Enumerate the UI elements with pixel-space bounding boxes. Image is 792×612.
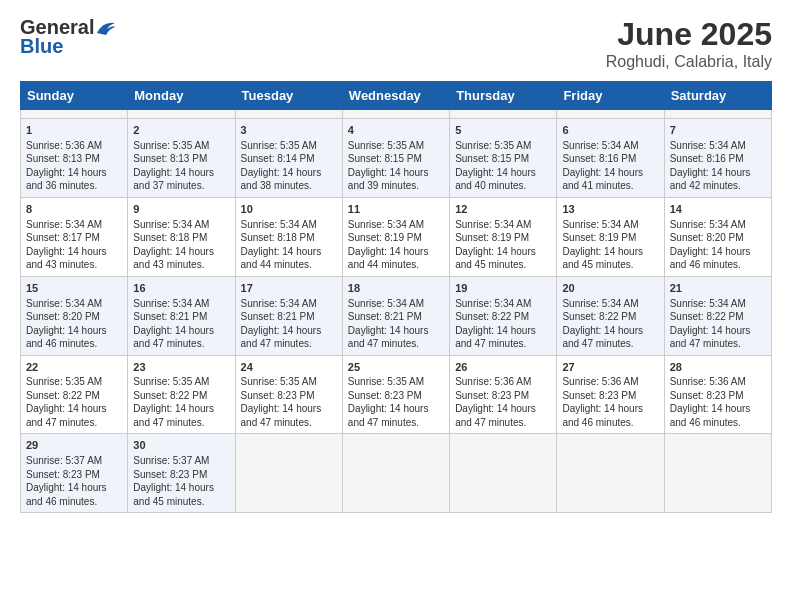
calendar-day-cell <box>450 110 557 119</box>
calendar-day-cell: 27Sunrise: 5:36 AMSunset: 8:23 PMDayligh… <box>557 355 664 434</box>
day-number: 2 <box>133 123 229 138</box>
logo: General Blue <box>20 16 117 58</box>
sunrise-text: Sunrise: 5:35 AM <box>348 139 444 153</box>
day-number: 30 <box>133 438 229 453</box>
day-number: 5 <box>455 123 551 138</box>
day-number: 28 <box>670 360 766 375</box>
day-number: 22 <box>26 360 122 375</box>
sunset-text: Sunset: 8:15 PM <box>455 152 551 166</box>
day-number: 3 <box>241 123 337 138</box>
daylight-text: Daylight: 14 hours and 38 minutes. <box>241 166 337 193</box>
day-number: 4 <box>348 123 444 138</box>
calendar-day-cell: 14Sunrise: 5:34 AMSunset: 8:20 PMDayligh… <box>664 197 771 276</box>
calendar-day-cell: 20Sunrise: 5:34 AMSunset: 8:22 PMDayligh… <box>557 276 664 355</box>
sunset-text: Sunset: 8:23 PM <box>562 389 658 403</box>
day-number: 18 <box>348 281 444 296</box>
sunset-text: Sunset: 8:23 PM <box>133 468 229 482</box>
calendar-day-cell: 9Sunrise: 5:34 AMSunset: 8:18 PMDaylight… <box>128 197 235 276</box>
sunrise-text: Sunrise: 5:36 AM <box>670 375 766 389</box>
day-number: 13 <box>562 202 658 217</box>
sunset-text: Sunset: 8:18 PM <box>133 231 229 245</box>
calendar-day-cell: 8Sunrise: 5:34 AMSunset: 8:17 PMDaylight… <box>21 197 128 276</box>
daylight-text: Daylight: 14 hours and 47 minutes. <box>348 402 444 429</box>
calendar-day-cell: 29Sunrise: 5:37 AMSunset: 8:23 PMDayligh… <box>21 434 128 513</box>
calendar-day-cell: 26Sunrise: 5:36 AMSunset: 8:23 PMDayligh… <box>450 355 557 434</box>
calendar-day-cell: 11Sunrise: 5:34 AMSunset: 8:19 PMDayligh… <box>342 197 449 276</box>
sunrise-text: Sunrise: 5:35 AM <box>26 375 122 389</box>
daylight-text: Daylight: 14 hours and 44 minutes. <box>348 245 444 272</box>
daylight-text: Daylight: 14 hours and 47 minutes. <box>133 402 229 429</box>
sunrise-text: Sunrise: 5:36 AM <box>455 375 551 389</box>
daylight-text: Daylight: 14 hours and 46 minutes. <box>670 402 766 429</box>
daylight-text: Daylight: 14 hours and 47 minutes. <box>26 402 122 429</box>
daylight-text: Daylight: 14 hours and 46 minutes. <box>562 402 658 429</box>
sunset-text: Sunset: 8:22 PM <box>26 389 122 403</box>
calendar-day-cell <box>21 110 128 119</box>
daylight-text: Daylight: 14 hours and 37 minutes. <box>133 166 229 193</box>
daylight-text: Daylight: 14 hours and 39 minutes. <box>348 166 444 193</box>
daylight-text: Daylight: 14 hours and 45 minutes. <box>133 481 229 508</box>
sunrise-text: Sunrise: 5:37 AM <box>26 454 122 468</box>
col-monday: Monday <box>128 82 235 110</box>
day-number: 24 <box>241 360 337 375</box>
sunset-text: Sunset: 8:22 PM <box>133 389 229 403</box>
col-wednesday: Wednesday <box>342 82 449 110</box>
sunrise-text: Sunrise: 5:35 AM <box>133 375 229 389</box>
calendar-day-cell: 30Sunrise: 5:37 AMSunset: 8:23 PMDayligh… <box>128 434 235 513</box>
calendar-day-cell: 17Sunrise: 5:34 AMSunset: 8:21 PMDayligh… <box>235 276 342 355</box>
sunrise-text: Sunrise: 5:34 AM <box>26 297 122 311</box>
daylight-text: Daylight: 14 hours and 47 minutes. <box>455 402 551 429</box>
calendar-day-cell: 28Sunrise: 5:36 AMSunset: 8:23 PMDayligh… <box>664 355 771 434</box>
sunset-text: Sunset: 8:23 PM <box>670 389 766 403</box>
sunrise-text: Sunrise: 5:35 AM <box>241 375 337 389</box>
sunset-text: Sunset: 8:16 PM <box>562 152 658 166</box>
sunset-text: Sunset: 8:20 PM <box>670 231 766 245</box>
calendar-day-cell: 5Sunrise: 5:35 AMSunset: 8:15 PMDaylight… <box>450 119 557 198</box>
daylight-text: Daylight: 14 hours and 43 minutes. <box>26 245 122 272</box>
logo-bird-icon <box>95 19 117 37</box>
calendar-day-cell: 16Sunrise: 5:34 AMSunset: 8:21 PMDayligh… <box>128 276 235 355</box>
col-thursday: Thursday <box>450 82 557 110</box>
daylight-text: Daylight: 14 hours and 36 minutes. <box>26 166 122 193</box>
calendar-day-cell <box>342 434 449 513</box>
sunset-text: Sunset: 8:13 PM <box>133 152 229 166</box>
sunset-text: Sunset: 8:13 PM <box>26 152 122 166</box>
sunset-text: Sunset: 8:23 PM <box>455 389 551 403</box>
sunrise-text: Sunrise: 5:36 AM <box>562 375 658 389</box>
col-saturday: Saturday <box>664 82 771 110</box>
sunset-text: Sunset: 8:23 PM <box>26 468 122 482</box>
calendar-day-cell: 4Sunrise: 5:35 AMSunset: 8:15 PMDaylight… <box>342 119 449 198</box>
day-number: 23 <box>133 360 229 375</box>
sunrise-text: Sunrise: 5:34 AM <box>241 218 337 232</box>
sunset-text: Sunset: 8:14 PM <box>241 152 337 166</box>
daylight-text: Daylight: 14 hours and 43 minutes. <box>133 245 229 272</box>
sunset-text: Sunset: 8:18 PM <box>241 231 337 245</box>
sunset-text: Sunset: 8:21 PM <box>133 310 229 324</box>
day-number: 14 <box>670 202 766 217</box>
day-number: 17 <box>241 281 337 296</box>
calendar-day-cell: 19Sunrise: 5:34 AMSunset: 8:22 PMDayligh… <box>450 276 557 355</box>
sunset-text: Sunset: 8:19 PM <box>562 231 658 245</box>
sunset-text: Sunset: 8:22 PM <box>562 310 658 324</box>
calendar-week-row: 15Sunrise: 5:34 AMSunset: 8:20 PMDayligh… <box>21 276 772 355</box>
calendar-day-cell: 15Sunrise: 5:34 AMSunset: 8:20 PMDayligh… <box>21 276 128 355</box>
day-number: 26 <box>455 360 551 375</box>
logo-blue-text: Blue <box>20 35 63 57</box>
calendar-week-row: 1Sunrise: 5:36 AMSunset: 8:13 PMDaylight… <box>21 119 772 198</box>
daylight-text: Daylight: 14 hours and 47 minutes. <box>348 324 444 351</box>
calendar-day-cell: 23Sunrise: 5:35 AMSunset: 8:22 PMDayligh… <box>128 355 235 434</box>
sunrise-text: Sunrise: 5:34 AM <box>670 297 766 311</box>
day-number: 6 <box>562 123 658 138</box>
daylight-text: Daylight: 14 hours and 47 minutes. <box>670 324 766 351</box>
day-number: 12 <box>455 202 551 217</box>
sunrise-text: Sunrise: 5:35 AM <box>455 139 551 153</box>
sunset-text: Sunset: 8:17 PM <box>26 231 122 245</box>
daylight-text: Daylight: 14 hours and 45 minutes. <box>455 245 551 272</box>
sunrise-text: Sunrise: 5:35 AM <box>241 139 337 153</box>
day-number: 25 <box>348 360 444 375</box>
calendar-day-cell: 25Sunrise: 5:35 AMSunset: 8:23 PMDayligh… <box>342 355 449 434</box>
sunset-text: Sunset: 8:22 PM <box>455 310 551 324</box>
page-container: General Blue June 2025 Roghudi, Calabria… <box>0 0 792 523</box>
sunrise-text: Sunrise: 5:34 AM <box>670 218 766 232</box>
calendar-day-cell <box>450 434 557 513</box>
